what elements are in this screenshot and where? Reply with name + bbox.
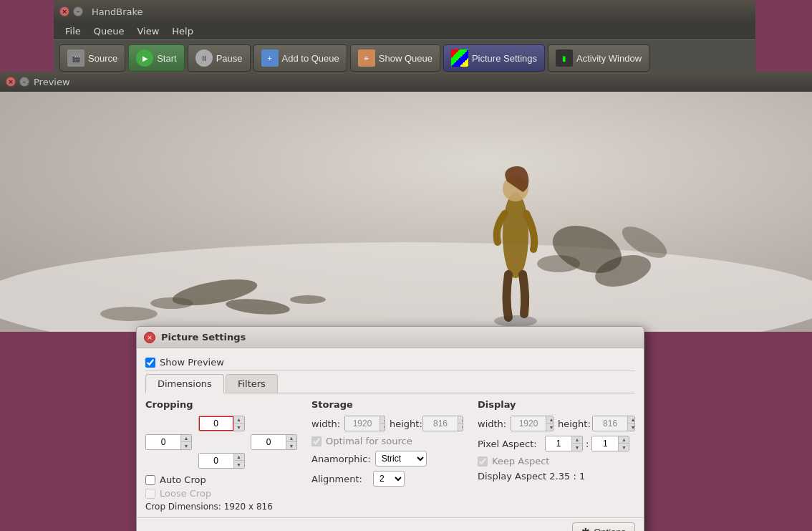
pixel-aspect-1-down[interactable]: ▼: [572, 444, 582, 451]
display-height-down[interactable]: ▼: [628, 424, 635, 431]
dialog-body: Show Preview Dimensions Filters Cropping…: [137, 348, 644, 517]
options-label: Options: [594, 527, 626, 532]
picture-settings-button[interactable]: Picture Settings: [443, 44, 545, 72]
storage-section: Storage width: ▲ ▼ height:: [311, 399, 463, 512]
menu-file[interactable]: File: [59, 24, 87, 38]
menu-bar: File Queue View Help: [54, 23, 755, 39]
crop-left-input[interactable]: [146, 435, 180, 449]
display-width-spinbox: ▲ ▼: [511, 416, 554, 431]
anamorphic-row: Anamorphic: None Loose Strict Custom: [311, 451, 463, 467]
display-width-label: width:: [478, 418, 506, 429]
anamorphic-select[interactable]: None Loose Strict Custom: [375, 451, 427, 467]
pause-button[interactable]: ⏸ Pause: [188, 44, 251, 72]
keep-aspect-label: Keep Aspect: [492, 456, 549, 467]
display-label: Display: [478, 399, 635, 410]
tab-filters[interactable]: Filters: [226, 374, 278, 393]
crop-left-down[interactable]: ▼: [181, 442, 191, 449]
anamorphic-label: Anamorphic:: [311, 454, 371, 464]
storage-height-input[interactable]: [423, 416, 458, 431]
crop-right-down[interactable]: ▼: [286, 442, 296, 449]
display-height-label: height:: [558, 418, 588, 429]
alignment-label: Alignment:: [311, 474, 369, 484]
pixel-aspect-2-down[interactable]: ▼: [619, 444, 629, 451]
storage-height-up[interactable]: ▲: [458, 416, 463, 424]
pixel-aspect-1-up[interactable]: ▲: [572, 436, 582, 444]
keep-aspect-checkbox[interactable]: [478, 456, 488, 467]
crop-top-down[interactable]: ▼: [234, 424, 244, 431]
minimize-button[interactable]: –: [73, 6, 83, 16]
display-width-up[interactable]: ▲: [546, 416, 554, 424]
title-bar: × – HandBrake: [54, 0, 755, 23]
menu-view[interactable]: View: [131, 24, 165, 38]
crop-left-up[interactable]: ▲: [181, 435, 191, 442]
activity-icon: ▮: [556, 49, 573, 67]
dialog-close-button[interactable]: ×: [144, 332, 155, 343]
svg-point-6: [100, 307, 158, 321]
svg-point-4: [150, 297, 193, 309]
options-icon: ✱: [581, 526, 590, 531]
source-icon: 🎬: [67, 49, 84, 67]
cropping-label: Cropping: [145, 399, 297, 410]
storage-width-input[interactable]: [345, 416, 380, 431]
crop-bottom-spinbox: ▲ ▼: [198, 453, 245, 469]
storage-dimensions-row: width: ▲ ▼ height: ▲ ▼: [311, 416, 463, 431]
display-section: Display width: ▲ ▼ height:: [478, 399, 635, 512]
display-height-input[interactable]: [593, 416, 627, 431]
alignment-row: Alignment: 2 4 8 16: [311, 471, 463, 487]
pixel-aspect-2-spinbox: ▲ ▼: [591, 436, 629, 451]
storage-height-down[interactable]: ▼: [458, 424, 463, 431]
menu-queue[interactable]: Queue: [88, 24, 130, 38]
optimal-source-label: Optimal for source: [326, 436, 412, 446]
crop-bottom-down[interactable]: ▼: [234, 461, 244, 468]
pixel-aspect-2-up[interactable]: ▲: [619, 436, 629, 444]
preview-min-button[interactable]: –: [19, 77, 29, 87]
crop-left-spinbox: ▲ ▼: [145, 434, 192, 450]
activity-window-button[interactable]: ▮ Activity Window: [548, 44, 649, 72]
crop-dimensions: Crop Dimensions: 1920 x 816: [145, 502, 297, 512]
crop-right-input[interactable]: [251, 435, 286, 449]
pixel-aspect-2-input[interactable]: [592, 436, 618, 451]
crop-top-input[interactable]: [199, 416, 233, 431]
show-preview-label: Show Preview: [160, 357, 224, 368]
window-controls: × –: [59, 6, 83, 16]
tab-dimensions[interactable]: Dimensions: [145, 374, 224, 393]
optimal-source-row: Optimal for source: [311, 436, 463, 446]
crop-right-spinbox: ▲ ▼: [251, 434, 297, 450]
pixel-aspect-1-input[interactable]: [546, 436, 571, 451]
preview-window-controls: × –: [6, 77, 29, 87]
alignment-select[interactable]: 2 4 8 16: [373, 471, 405, 487]
source-button[interactable]: 🎬 Source: [59, 44, 125, 72]
add-queue-icon: +: [261, 49, 279, 67]
picture-icon: [451, 49, 468, 67]
svg-point-13: [494, 315, 537, 327]
storage-width-up[interactable]: ▲: [380, 416, 385, 424]
preview-close-button[interactable]: ×: [6, 77, 16, 87]
show-preview-checkbox[interactable]: [145, 358, 155, 368]
optimal-source-checkbox[interactable]: [311, 436, 322, 446]
crop-bottom-up[interactable]: ▲: [234, 454, 244, 461]
add-to-queue-button[interactable]: + Add to Queue: [253, 44, 347, 72]
start-button[interactable]: Start: [128, 44, 184, 72]
cropping-section: Cropping ▲ ▼: [145, 399, 297, 512]
auto-crop-checkbox[interactable]: [145, 475, 155, 485]
close-button[interactable]: ×: [59, 6, 69, 16]
show-queue-button[interactable]: ≡ Show Queue: [350, 44, 440, 72]
menu-help[interactable]: Help: [166, 24, 199, 38]
crop-top-up[interactable]: ▲: [234, 416, 244, 424]
display-height-up[interactable]: ▲: [628, 416, 635, 424]
svg-point-10: [537, 255, 580, 272]
crop-bottom-row: ▲ ▼: [145, 453, 297, 469]
display-height-spinbox: ▲ ▼: [592, 416, 635, 431]
storage-width-down[interactable]: ▼: [380, 424, 385, 431]
preview-title-bar: × – Preview: [0, 72, 812, 92]
app-window: × – HandBrake File Queue View Help 🎬 Sou…: [54, 0, 755, 77]
display-width-down[interactable]: ▼: [546, 424, 554, 431]
loose-crop-checkbox[interactable]: [145, 489, 155, 499]
crop-right-up[interactable]: ▲: [286, 435, 296, 442]
options-button[interactable]: ✱ Options: [572, 522, 635, 531]
crop-bottom-input[interactable]: [199, 454, 233, 468]
dialog-title: Picture Settings: [161, 332, 246, 343]
display-dimensions-row: width: ▲ ▼ height: ▲ ▼: [478, 416, 635, 431]
display-width-input[interactable]: [511, 416, 546, 431]
app-title: HandBrake: [92, 6, 143, 17]
